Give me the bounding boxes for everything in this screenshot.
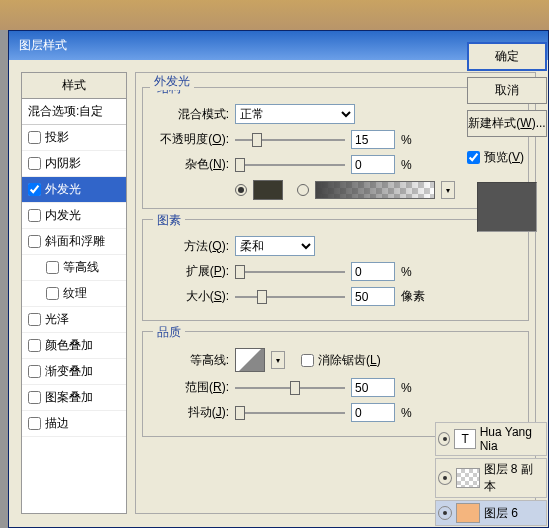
style-item-9[interactable]: 渐变叠加 bbox=[22, 359, 126, 385]
gradient-picker[interactable] bbox=[315, 181, 435, 199]
style-label: 内阴影 bbox=[45, 155, 81, 172]
style-label: 等高线 bbox=[63, 259, 99, 276]
solid-color-radio[interactable] bbox=[235, 184, 247, 196]
style-label: 内发光 bbox=[45, 207, 81, 224]
ok-button[interactable]: 确定 bbox=[467, 42, 547, 71]
range-label: 范围(R): bbox=[151, 379, 229, 396]
antialias-label: 消除锯齿(L) bbox=[318, 352, 381, 369]
jitter-slider[interactable] bbox=[235, 404, 345, 422]
right-button-panel: 确定 取消 新建样式(W)... 预览(V) bbox=[467, 42, 549, 242]
opacity-label: 不透明度(O): bbox=[151, 131, 229, 148]
layer-row-text[interactable]: T Hua Yang Nia bbox=[435, 422, 547, 456]
range-input[interactable] bbox=[351, 378, 395, 397]
spread-slider[interactable] bbox=[235, 263, 345, 281]
size-unit: 像素 bbox=[401, 288, 425, 305]
layer-row-selected[interactable]: 图层 6 bbox=[435, 500, 547, 526]
layer-name: Hua Yang Nia bbox=[480, 425, 544, 453]
preview-checkbox[interactable] bbox=[467, 151, 480, 164]
style-label: 光泽 bbox=[45, 311, 69, 328]
noise-unit: % bbox=[401, 158, 412, 172]
visibility-icon[interactable] bbox=[438, 432, 450, 446]
style-item-6[interactable]: 纹理 bbox=[22, 281, 126, 307]
style-label: 外发光 bbox=[45, 181, 81, 198]
style-item-10[interactable]: 图案叠加 bbox=[22, 385, 126, 411]
jitter-unit: % bbox=[401, 406, 412, 420]
preview-checkbox-row[interactable]: 预览(V) bbox=[467, 149, 547, 166]
style-checkbox[interactable] bbox=[46, 261, 59, 274]
spread-unit: % bbox=[401, 265, 412, 279]
contour-dropdown-icon[interactable]: ▾ bbox=[271, 351, 285, 369]
range-slider[interactable] bbox=[235, 379, 345, 397]
style-item-4[interactable]: 斜面和浮雕 bbox=[22, 229, 126, 255]
style-checkbox[interactable] bbox=[28, 313, 41, 326]
new-style-button[interactable]: 新建样式(W)... bbox=[467, 110, 547, 137]
layer-row-copy[interactable]: 图层 8 副本 bbox=[435, 458, 547, 498]
style-checkbox[interactable] bbox=[28, 365, 41, 378]
outer-glow-title: 外发光 bbox=[150, 73, 194, 90]
preview-label: 预览(V) bbox=[484, 149, 524, 166]
layers-panel: T Hua Yang Nia 图层 8 副本 图层 6 bbox=[435, 420, 547, 526]
gradient-dropdown-icon[interactable]: ▾ bbox=[441, 181, 455, 199]
style-label: 颜色叠加 bbox=[45, 337, 93, 354]
style-checkbox[interactable] bbox=[28, 391, 41, 404]
layer-name: 图层 6 bbox=[484, 505, 518, 522]
gradient-radio[interactable] bbox=[297, 184, 309, 196]
style-checkbox[interactable] bbox=[28, 417, 41, 430]
cancel-button[interactable]: 取消 bbox=[467, 77, 547, 104]
noise-slider[interactable] bbox=[235, 156, 345, 174]
background-image bbox=[0, 0, 549, 30]
style-checkbox[interactable] bbox=[28, 235, 41, 248]
dialog-title: 图层样式 bbox=[19, 38, 67, 52]
spread-input[interactable] bbox=[351, 262, 395, 281]
style-item-8[interactable]: 颜色叠加 bbox=[22, 333, 126, 359]
opacity-slider[interactable] bbox=[235, 131, 345, 149]
size-input[interactable] bbox=[351, 287, 395, 306]
range-unit: % bbox=[401, 381, 412, 395]
opacity-input[interactable] bbox=[351, 130, 395, 149]
style-checkbox[interactable] bbox=[46, 287, 59, 300]
visibility-icon[interactable] bbox=[438, 471, 452, 485]
style-item-2[interactable]: 外发光 bbox=[22, 177, 126, 203]
style-label: 斜面和浮雕 bbox=[45, 233, 105, 250]
style-item-7[interactable]: 光泽 bbox=[22, 307, 126, 333]
style-label: 描边 bbox=[45, 415, 69, 432]
style-item-1[interactable]: 内阴影 bbox=[22, 151, 126, 177]
technique-select[interactable]: 柔和 bbox=[235, 236, 315, 256]
contour-picker[interactable] bbox=[235, 348, 265, 372]
style-checkbox[interactable] bbox=[28, 209, 41, 222]
glow-color-swatch[interactable] bbox=[253, 180, 283, 200]
style-item-11[interactable]: 描边 bbox=[22, 411, 126, 437]
opacity-unit: % bbox=[401, 133, 412, 147]
style-checkbox[interactable] bbox=[28, 131, 41, 144]
styles-list-panel: 样式 混合选项:自定 投影内阴影外发光内发光斜面和浮雕等高线纹理光泽颜色叠加渐变… bbox=[21, 72, 127, 514]
style-label: 渐变叠加 bbox=[45, 363, 93, 380]
visibility-icon[interactable] bbox=[438, 506, 452, 520]
style-item-3[interactable]: 内发光 bbox=[22, 203, 126, 229]
preview-swatch bbox=[477, 182, 537, 232]
antialias-row[interactable]: 消除锯齿(L) bbox=[301, 352, 381, 369]
elements-label: 图素 bbox=[153, 212, 185, 229]
jitter-input[interactable] bbox=[351, 403, 395, 422]
style-checkbox[interactable] bbox=[28, 183, 41, 196]
style-item-0[interactable]: 投影 bbox=[22, 125, 126, 151]
blend-options-row[interactable]: 混合选项:自定 bbox=[22, 99, 126, 125]
layer-name: 图层 8 副本 bbox=[484, 461, 544, 495]
style-checkbox[interactable] bbox=[28, 157, 41, 170]
style-label: 图案叠加 bbox=[45, 389, 93, 406]
technique-label: 方法(Q): bbox=[151, 238, 229, 255]
layer-thumb-orange bbox=[456, 503, 480, 523]
blend-mode-select[interactable]: 正常 bbox=[235, 104, 355, 124]
style-checkbox[interactable] bbox=[28, 339, 41, 352]
layer-thumb-text: T bbox=[454, 429, 475, 449]
noise-label: 杂色(N): bbox=[151, 156, 229, 173]
noise-input[interactable] bbox=[351, 155, 395, 174]
style-item-5[interactable]: 等高线 bbox=[22, 255, 126, 281]
size-label: 大小(S): bbox=[151, 288, 229, 305]
blend-mode-label: 混合模式: bbox=[151, 106, 229, 123]
antialias-checkbox[interactable] bbox=[301, 354, 314, 367]
styles-header[interactable]: 样式 bbox=[22, 73, 126, 99]
style-label: 纹理 bbox=[63, 285, 87, 302]
layer-thumb-checker bbox=[456, 468, 480, 488]
size-slider[interactable] bbox=[235, 288, 345, 306]
jitter-label: 抖动(J): bbox=[151, 404, 229, 421]
